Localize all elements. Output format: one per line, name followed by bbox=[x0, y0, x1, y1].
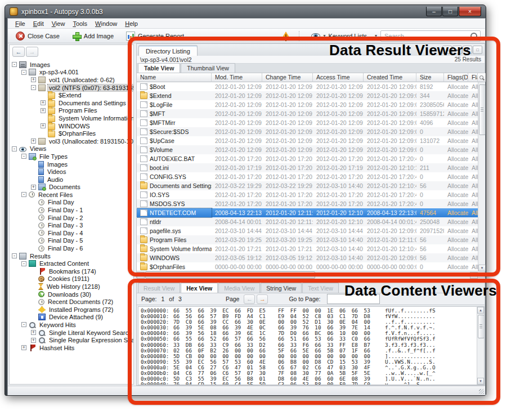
sidebar-item-views[interactable]: -Views bbox=[10, 145, 133, 153]
table-row[interactable]: WINDOWS2012-03-05 19:12:382012-03-05 19:… bbox=[137, 253, 478, 262]
table-row[interactable]: pagefile.sys2012-03-10 14:44:292012-03-1… bbox=[137, 226, 478, 235]
sidebar-item-extend[interactable]: $Extend bbox=[10, 91, 133, 99]
table-row[interactable]: Program Files2012-03-20 19:25:022012-03-… bbox=[137, 235, 478, 244]
tree-expander[interactable]: + bbox=[31, 338, 36, 343]
tree-expander[interactable]: + bbox=[41, 100, 46, 105]
table-row[interactable]: $Volume2012-01-20 12:09:032012-01-20 12:… bbox=[137, 145, 478, 154]
menu-file[interactable]: File bbox=[11, 20, 29, 28]
minimize-button[interactable]: – bbox=[426, 7, 442, 16]
sidebar-item-orphanfiles[interactable]: $OrphanFiles bbox=[10, 129, 133, 137]
sidebar-item-keyword-hits[interactable]: -Keyword Hits bbox=[10, 321, 133, 329]
tree-expander[interactable]: + bbox=[41, 108, 46, 113]
sidebar-item-vol2-ntfs-0x07-63-8193149[interactable]: -vol2 (NTFS (0x07): 63-8193149) bbox=[10, 84, 133, 92]
tree-expander[interactable]: - bbox=[21, 322, 26, 327]
goto-page-input[interactable] bbox=[327, 294, 380, 304]
scrollbar-thumb[interactable] bbox=[145, 271, 315, 279]
tree-expander[interactable]: - bbox=[12, 253, 17, 258]
tab-hex-view[interactable]: Hex View bbox=[181, 283, 218, 293]
column-header-flags[interactable]: Flags bbox=[468, 73, 478, 82]
keyword-lists-button[interactable]: ▾ Keyword Lists bbox=[308, 32, 370, 41]
sidebar-item-hashset-hits[interactable]: +Hashset Hits bbox=[10, 344, 133, 352]
tree-expander[interactable]: - bbox=[12, 62, 17, 67]
table-row[interactable]: CONFIG.SYS2012-01-20 17:20:492012-01-20 … bbox=[137, 172, 478, 181]
tree-expander[interactable]: + bbox=[31, 185, 36, 190]
sidebar-item-final-day-6[interactable]: Final Day - 6 bbox=[10, 244, 133, 252]
tree-expander[interactable]: - bbox=[12, 146, 17, 151]
tab-directory-listing[interactable]: Directory Listing bbox=[138, 45, 198, 56]
scroll-down-icon[interactable]: ▾ bbox=[478, 265, 486, 271]
tab-text-view[interactable]: Text View bbox=[302, 283, 339, 293]
sidebar-item-system-volume-information[interactable]: System Volume Information bbox=[10, 114, 133, 122]
column-header-access-time[interactable]: Access Time bbox=[313, 73, 364, 82]
scroll-right-icon[interactable]: ▸ bbox=[470, 272, 478, 279]
sidebar-item-audio[interactable]: Audio bbox=[10, 176, 133, 184]
table-row[interactable]: MSDOS.SYS2012-01-20 17:20:492012-01-20 1… bbox=[137, 199, 478, 208]
tab-thumbnail-view[interactable]: Thumbnail View bbox=[181, 63, 235, 73]
scroll-tabs-left-icon[interactable]: ◂ bbox=[442, 46, 452, 54]
sidebar-item-single-literal-keyword-search-0[interactable]: +Single Literal Keyword Search (0) bbox=[10, 329, 133, 337]
sidebar-item-xp-sp3-v4-001[interactable]: -xp-sp3-v4.001 bbox=[10, 69, 133, 77]
scroll-down-icon[interactable]: ▾ bbox=[477, 378, 484, 385]
sidebar-item-vol1-unallocated-0-62[interactable]: +vol1 (Unallocated: 0-62) bbox=[10, 76, 133, 84]
sidebar-item-images[interactable]: Images bbox=[10, 160, 133, 168]
table-row[interactable]: $Secure:$SDS2012-01-20 12:09:032012-01-2… bbox=[137, 127, 478, 136]
maximize-button[interactable]: □ bbox=[442, 7, 458, 16]
menu-tools[interactable]: Tools bbox=[69, 20, 91, 28]
tree-expander[interactable]: + bbox=[21, 345, 26, 350]
table-horizontal-scrollbar[interactable]: ◂ ▸ bbox=[137, 271, 478, 279]
sidebar-item-final-day-1[interactable]: Final Day - 1 bbox=[10, 206, 133, 214]
table-row[interactable]: $OrphanFiles0000-00-00 00:00:000000-00-0… bbox=[137, 262, 478, 271]
column-header-size[interactable]: Size bbox=[416, 73, 444, 82]
sidebar-item-final-day-5[interactable]: Final Day - 5 bbox=[10, 237, 133, 245]
sidebar-item-recent-files[interactable]: -Recent Files bbox=[10, 191, 133, 199]
menu-help[interactable]: Help bbox=[121, 20, 142, 28]
close-button[interactable]: × bbox=[459, 7, 481, 16]
sidebar-item-extracted-content[interactable]: -Extracted Content bbox=[10, 260, 133, 267]
tab-result-view[interactable]: Result View bbox=[138, 283, 180, 293]
sidebar-item-images[interactable]: -Images bbox=[10, 61, 133, 69]
sidebar-item-documents-and-settings[interactable]: +Documents and Settings bbox=[10, 99, 133, 107]
sidebar-item-recent-documents-72[interactable]: Recent Documents (72) bbox=[10, 298, 133, 306]
back-button[interactable]: ← bbox=[12, 47, 25, 57]
column-settings-icon[interactable] bbox=[478, 73, 486, 82]
column-header-change-time[interactable]: Change Time bbox=[262, 73, 313, 82]
column-header-name[interactable]: Name bbox=[137, 73, 212, 82]
sidebar-item-bookmarks-174[interactable]: Bookmarks (174) bbox=[10, 267, 133, 275]
table-row[interactable]: Documents and Settings2012-03-22 19:29:5… bbox=[137, 181, 478, 190]
next-page-button[interactable]: → bbox=[257, 294, 268, 304]
scroll-left-icon[interactable]: ◂ bbox=[137, 272, 145, 279]
sidebar-item-single-regular-expression-search-0[interactable]: +Single Regular Expression Search (0) bbox=[10, 336, 133, 344]
table-row[interactable]: $Boot2012-01-20 12:09:032012-01-20 12:09… bbox=[137, 82, 478, 91]
sidebar-item-vol3-unallocated-8193150-10485215[interactable]: +vol3 (Unallocated: 8193150-10485215) bbox=[10, 137, 133, 145]
search-scope-caret-icon[interactable]: ▾ bbox=[375, 33, 377, 38]
table-vertical-scrollbar[interactable]: ▾ bbox=[478, 82, 485, 271]
menu-view[interactable]: View bbox=[48, 20, 69, 28]
sidebar-item-cookies-1911[interactable]: Cookies (1911) bbox=[10, 275, 133, 283]
tree-expander[interactable]: - bbox=[21, 261, 26, 266]
column-header-flags-dir[interactable]: Flags(Dir) bbox=[444, 73, 468, 82]
table-row[interactable]: $Extend2012-01-20 12:09:032012-01-20 12:… bbox=[137, 91, 478, 100]
menu-edit[interactable]: Edit bbox=[29, 20, 48, 28]
sidebar-item-final-day-4[interactable]: Final Day - 4 bbox=[10, 229, 133, 237]
tree-expander[interactable]: - bbox=[21, 70, 26, 75]
close-case-button[interactable]: Close Case bbox=[12, 30, 63, 42]
sidebar-item-web-history-1218[interactable]: Web History (1218) bbox=[10, 283, 133, 291]
scrollbar-thumb[interactable] bbox=[478, 315, 485, 338]
sidebar-item-results[interactable]: -Results bbox=[10, 252, 133, 260]
sidebar-item-program-files[interactable]: +Program Files bbox=[10, 107, 133, 115]
table-row[interactable]: NTDETECT.COM2008-04-13 22:13:042012-01-2… bbox=[137, 208, 478, 217]
sidebar-item-final-day-3[interactable]: Final Day - 3 bbox=[10, 221, 133, 229]
sidebar-item-documents[interactable]: +Documents bbox=[10, 184, 133, 191]
scroll-up-icon[interactable]: ▴ bbox=[477, 307, 484, 314]
search-input[interactable] bbox=[383, 32, 470, 40]
tree-expander[interactable]: - bbox=[21, 192, 26, 197]
sidebar-item-final-day[interactable]: Final Day bbox=[10, 199, 133, 207]
sidebar-item-file-types[interactable]: -File Types bbox=[10, 153, 133, 160]
forward-button[interactable]: → bbox=[26, 47, 38, 57]
scrollbar-thumb[interactable] bbox=[479, 84, 486, 135]
tab-string-view[interactable]: String View bbox=[261, 283, 302, 293]
column-header-created-time[interactable]: Created Time bbox=[364, 73, 416, 82]
scroll-tabs-right-icon[interactable]: ▸ bbox=[452, 46, 462, 54]
table-row[interactable]: $LogFile2012-01-20 12:09:032012-01-20 12… bbox=[137, 100, 478, 109]
table-row[interactable]: AUTOEXEC.BAT2012-01-20 17:20:492012-01-2… bbox=[137, 154, 478, 163]
